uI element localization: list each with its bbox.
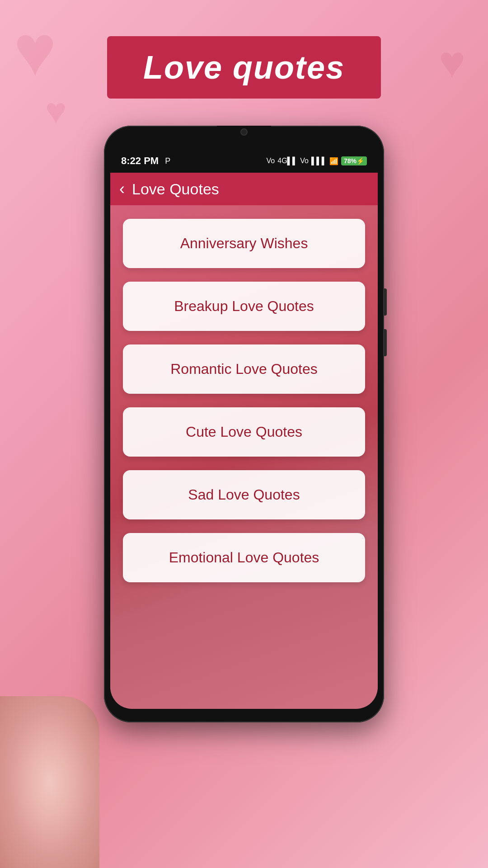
menu-item-label: Romantic Love Quotes [170,361,318,377]
menu-item-emotional-love-quotes[interactable]: Emotional Love Quotes [123,533,365,582]
phone-side-button-1 [384,288,387,316]
phone-notch [217,126,271,138]
signal-bars: ▌▌▌ [311,157,327,165]
phone-side-button-2 [384,329,387,356]
title-banner-text: Love quotes [143,49,345,85]
title-banner: Love quotes [107,36,381,99]
menu-item-label: Emotional Love Quotes [169,549,319,566]
status-icons: Vo 4G▌▌ Vo ▌▌▌ 📶 78 % ⚡ [267,156,367,165]
battery-level: 78 [344,157,351,165]
wifi-icon: 📶 [329,157,338,165]
app-bar-title: Love Quotes [132,180,219,198]
bg-heart-1: ♥ [14,9,56,92]
phone-camera [240,128,248,136]
menu-item-label: Sad Love Quotes [188,486,300,503]
menu-item-anniversary-wishes[interactable]: Anniversary Wishes [123,219,365,268]
status-bar: 8:22 PM P Vo 4G▌▌ Vo ▌▌▌ 📶 78 % ⚡ [110,149,378,173]
menu-item-romantic-love-quotes[interactable]: Romantic Love Quotes [123,344,365,394]
bg-heart-2: ♥ [439,36,465,88]
menu-item-sad-love-quotes[interactable]: Sad Love Quotes [123,470,365,519]
status-carrier: P [165,156,170,166]
menu-item-label: Cute Love Quotes [186,424,302,440]
phone-frame: 8:22 PM P Vo 4G▌▌ Vo ▌▌▌ 📶 78 % ⚡ ‹ Love… [104,126,384,722]
screen-content: Anniversary Wishes Breakup Love Quotes R… [110,205,378,709]
roses-decoration [0,696,99,868]
app-bar: ‹ Love Quotes [110,173,378,205]
battery-icon: 78 % ⚡ [341,156,367,165]
menu-item-label: Breakup Love Quotes [174,298,314,314]
battery-percent: % [351,157,357,165]
menu-item-breakup-love-quotes[interactable]: Breakup Love Quotes [123,282,365,331]
signal-icon-4g: 4G▌▌ [277,157,297,165]
menu-item-label: Anniversary Wishes [180,235,308,251]
back-button[interactable]: ‹ [119,179,125,198]
battery-bolt: ⚡ [357,157,364,165]
bg-heart-3: ♥ [45,90,67,132]
status-time: 8:22 PM [121,155,159,167]
menu-item-cute-love-quotes[interactable]: Cute Love Quotes [123,407,365,457]
signal-icon-vo: Vo [300,157,309,165]
network-icon: Vo [267,157,275,165]
